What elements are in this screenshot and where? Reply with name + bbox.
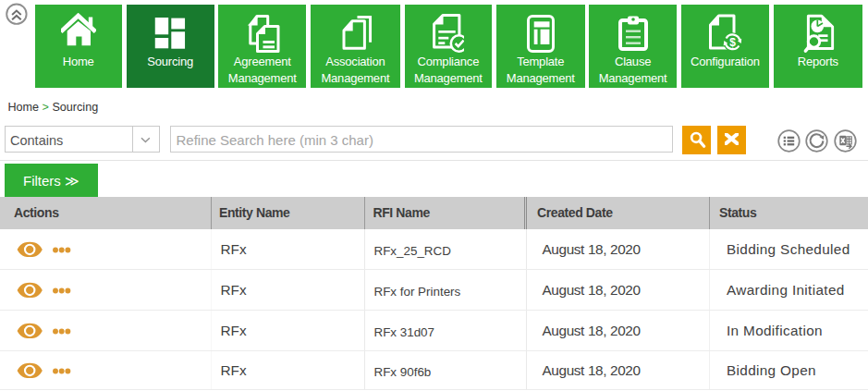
svg-text:$: $ (730, 36, 737, 49)
